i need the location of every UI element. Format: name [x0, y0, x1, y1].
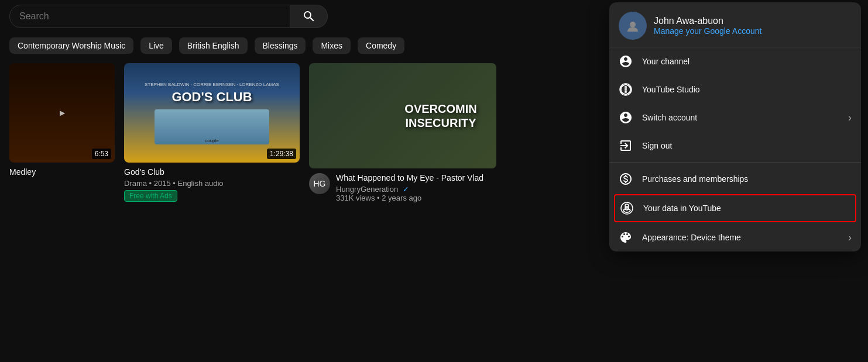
studio-icon	[619, 82, 633, 96]
dropdown-header: John Awa-abuon Manage your Google Accoun…	[609, 2, 861, 47]
signout-label: Sign out	[642, 141, 852, 150]
menu-item-channel[interactable]: Your channel	[609, 47, 861, 75]
menu-divider-1	[609, 162, 861, 163]
data-label: Your data in YouTube	[643, 204, 850, 213]
signout-icon	[619, 139, 633, 153]
purchases-svg-icon	[619, 172, 633, 186]
menu-item-data[interactable]: Your data in YouTube	[614, 194, 856, 222]
appearance-svg-icon	[619, 230, 633, 244]
person-icon	[619, 54, 633, 68]
signout-svg-icon	[619, 139, 633, 153]
svg-point-1	[630, 22, 636, 27]
studio-label: YouTube Studio	[642, 85, 852, 94]
user-info: John Awa-abuon Manage your Google Accoun…	[654, 16, 761, 36]
appearance-chevron: ›	[848, 232, 852, 244]
manage-account-link[interactable]: Manage your Google Account	[654, 26, 761, 36]
dropdown-overlay: John Awa-abuon Manage your Google Accoun…	[0, 0, 868, 362]
purchases-label: Purchases and memberships	[642, 174, 852, 184]
switch-label: Switch account	[642, 113, 839, 122]
menu-item-signout[interactable]: Sign out	[609, 132, 861, 160]
menu-item-purchases[interactable]: Purchases and memberships	[609, 165, 861, 193]
studio-svg-icon	[619, 82, 633, 96]
switch-svg-icon	[619, 111, 633, 125]
data-svg-icon	[620, 201, 634, 215]
user-avatar-icon	[626, 19, 640, 33]
menu-item-studio[interactable]: YouTube Studio	[609, 75, 861, 104]
appearance-label: Appearance: Device theme	[642, 233, 839, 242]
data-icon	[620, 201, 634, 215]
channel-label: Your channel	[642, 57, 852, 66]
menu-item-appearance[interactable]: Appearance: Device theme ›	[609, 223, 861, 251]
dropdown-user-avatar	[619, 12, 647, 40]
svg-marker-2	[620, 84, 631, 95]
user-name: John Awa-abuon	[654, 16, 761, 26]
purchases-icon	[619, 172, 633, 186]
appearance-icon	[619, 230, 633, 244]
account-dropdown: John Awa-abuon Manage your Google Accoun…	[609, 2, 861, 251]
svg-point-3	[625, 206, 629, 210]
channel-icon	[619, 54, 633, 68]
switch-chevron: ›	[848, 112, 852, 124]
switch-icon	[619, 111, 633, 125]
menu-item-switch[interactable]: Switch account ›	[609, 104, 861, 132]
